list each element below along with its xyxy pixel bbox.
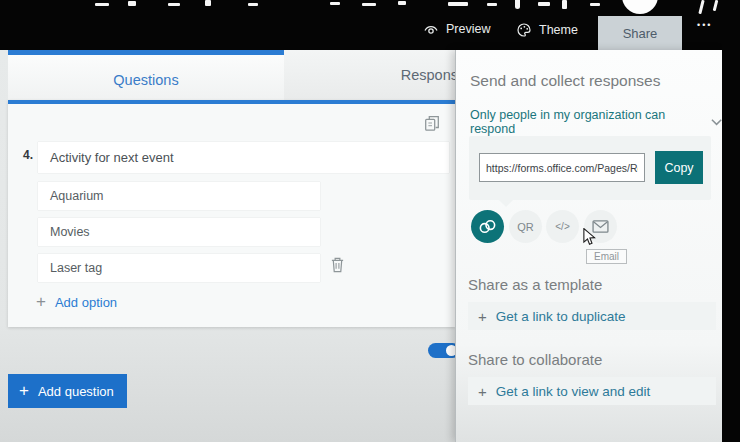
option-value-3: Laser tag — [50, 261, 102, 275]
question-title-value: Activity for next event — [50, 150, 174, 165]
copy-link-button[interactable]: Copy — [655, 151, 703, 184]
add-question-button[interactable]: + Add question — [8, 374, 127, 408]
app-window: Preview Theme Share ••• Questions Respon… — [0, 0, 740, 442]
chevron-down-icon — [711, 118, 722, 126]
preview-button[interactable]: Preview — [423, 22, 490, 36]
theme-button[interactable]: Theme — [516, 22, 578, 38]
plus-icon: + — [478, 383, 487, 400]
option-input-1[interactable]: Aquarium — [38, 182, 320, 210]
add-question-label: Add question — [38, 384, 114, 399]
get-edit-link-button[interactable]: + Get a link to view and edit — [468, 377, 716, 405]
email-tooltip: Email — [586, 249, 627, 264]
share-button[interactable]: Share — [598, 16, 682, 50]
permission-label: Only people in my organization can respo… — [470, 108, 697, 136]
plus-icon: + — [478, 308, 487, 325]
option-value-2: Movies — [50, 225, 90, 239]
option-input-2[interactable]: Movies — [38, 218, 320, 246]
option-input-3[interactable]: Laser tag — [38, 254, 320, 282]
tab-questions[interactable]: Questions — [8, 50, 284, 105]
template-section-title: Share as a template — [468, 276, 602, 293]
callout-notch — [499, 193, 513, 207]
mouse-cursor — [582, 228, 597, 246]
preview-eye-icon — [423, 22, 439, 36]
plus-icon: + — [36, 292, 46, 312]
theme-palette-icon — [516, 22, 532, 38]
collaborate-section-title: Share to collaborate — [468, 351, 602, 368]
duplicate-question-icon[interactable] — [423, 114, 441, 132]
share-method-link[interactable] — [471, 210, 504, 243]
delete-option-icon[interactable] — [330, 256, 345, 273]
top-toolbar: Preview Theme Share ••• — [0, 0, 740, 50]
question-card: 4. Activity for next event Aquarium Movi… — [8, 100, 455, 327]
video-letterbox-strip — [722, 0, 740, 442]
permission-dropdown[interactable]: Only people in my organization can respo… — [470, 108, 722, 136]
link-icon — [478, 219, 497, 234]
add-option-label: Add option — [55, 295, 117, 310]
share-panel: Send and collect responses Only people i… — [455, 50, 722, 442]
share-link-input[interactable] — [479, 153, 645, 182]
share-panel-title: Send and collect responses — [470, 72, 660, 90]
get-duplicate-link-button[interactable]: + Get a link to duplicate — [468, 302, 716, 330]
share-method-embed[interactable]: </> — [546, 210, 579, 243]
question-title-input[interactable]: Activity for next event — [38, 142, 449, 173]
preview-label: Preview — [446, 22, 490, 36]
share-link-callout: Copy — [469, 136, 711, 200]
tab-questions-label: Questions — [113, 72, 178, 88]
question-number: 4. — [23, 148, 33, 162]
plus-icon: + — [19, 381, 29, 401]
copy-label: Copy — [664, 161, 693, 175]
get-duplicate-link-label: Get a link to duplicate — [496, 309, 626, 324]
embed-code-icon: </> — [555, 221, 569, 232]
theme-label: Theme — [539, 23, 578, 37]
user-avatar[interactable] — [622, 0, 658, 14]
option-value-1: Aquarium — [50, 189, 104, 203]
share-method-qr[interactable]: QR — [509, 210, 542, 243]
share-label: Share — [623, 26, 658, 41]
more-options-button[interactable]: ••• — [697, 20, 712, 30]
qr-icon: QR — [517, 221, 534, 233]
get-edit-link-label: Get a link to view and edit — [496, 384, 651, 399]
add-option-button[interactable]: + Add option — [36, 292, 117, 312]
